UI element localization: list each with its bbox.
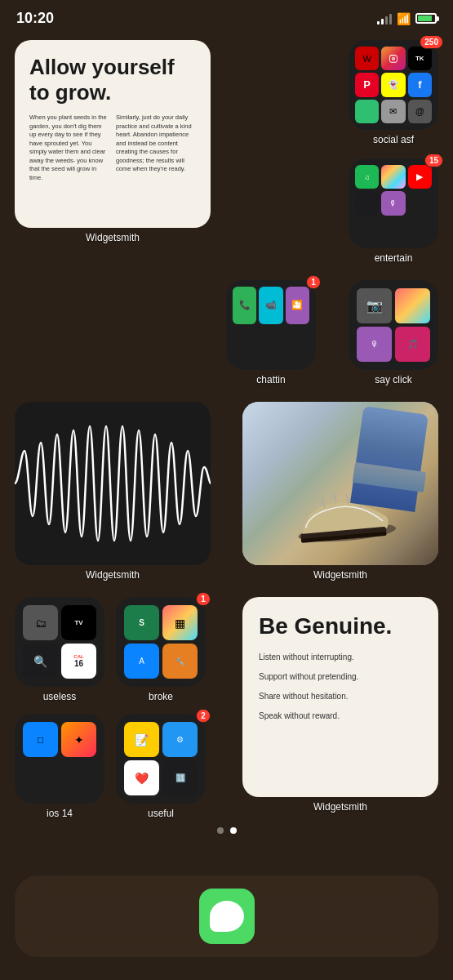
messages-dock-icon[interactable]	[199, 889, 255, 944]
status-icons: 📶	[377, 12, 437, 25]
sayclick-label: say click	[375, 374, 411, 385]
ios14-folder[interactable]: □ ✦ ios 14	[15, 714, 104, 819]
broke-badge: 1	[196, 592, 211, 606]
phone-app: 📞	[233, 287, 256, 324]
duo-app: 🎦	[286, 287, 309, 324]
grid-app: ▦	[162, 605, 198, 640]
sayclick-folder[interactable]: 📷 🎙 🎵 say click	[349, 280, 438, 385]
spotify-app: ♫	[355, 165, 379, 189]
wifi-icon: 📶	[397, 12, 411, 25]
small-icons-col: 🗂 TV 🔍 CAL 16 useless 1 S	[15, 597, 206, 819]
facetime-app: 📹	[259, 287, 282, 324]
widgetsmith-widget-1[interactable]: Allow yourself to grow. When you plant s…	[15, 40, 211, 243]
broke-folder-icon: 1 S ▦ A 🔧	[116, 597, 206, 687]
useful-label: useful	[148, 808, 174, 819]
page-dots	[15, 827, 438, 834]
widgetsmith-genuine[interactable]: Be Genuine. Listen without interrupting.…	[242, 597, 438, 813]
shortcuts-app: ✦	[61, 722, 96, 757]
widget-label-1: Widgetsmith	[86, 232, 140, 243]
genuine-title: Be Genuine.	[259, 613, 422, 639]
podcast-app2: 🎙	[357, 327, 392, 362]
audio-widget	[15, 402, 211, 565]
mail-app: ✉	[381, 100, 405, 123]
pinterest-app: P	[355, 73, 379, 96]
battery-icon	[415, 13, 437, 24]
at-app: @	[408, 100, 432, 123]
useful-folder-icon: 2 📝 ⚙ ❤️ 🔢	[116, 714, 206, 804]
dot-1	[217, 827, 224, 834]
finder-app: 🔍	[23, 644, 58, 679]
genuine-widget-label: Widgetsmith	[313, 801, 367, 813]
broke-label: broke	[149, 691, 173, 702]
widget-body-left: When you plant seeds in the garden, you …	[29, 114, 109, 182]
chattin-label: chattin	[256, 374, 285, 385]
tv-app: TV	[61, 605, 96, 640]
useless-folder-icon: 🗂 TV 🔍 CAL 16	[15, 597, 104, 687]
photo-widget	[242, 402, 438, 565]
app-row-2: 1 📞 📹 🎦 chattin 📷 🎙 🎵 say click	[15, 280, 438, 385]
app-row-3: Widgetsmith	[15, 402, 438, 581]
podcast-app: 🎙	[381, 191, 405, 215]
s-app: S	[124, 605, 159, 640]
chattin-folder-icon: 1 📞 📹 🎦	[226, 280, 316, 370]
entertain-folder[interactable]: 15 ♫ ▶ 🎙 entertain	[349, 158, 438, 264]
entertain-label: entertain	[375, 252, 413, 264]
snapchat-app: 👻	[381, 73, 405, 96]
instagram-app	[381, 47, 405, 70]
music-app: 🎵	[395, 327, 430, 362]
messages-bubble	[210, 901, 244, 932]
app-row-1: Allow yourself to grow. When you plant s…	[15, 40, 438, 264]
message-app-folder	[355, 100, 379, 123]
folders-col-1: 250 W TK P 👻 f ✉ @ social asf	[349, 40, 438, 264]
notes-app: 📝	[124, 722, 159, 757]
photo-widget-label: Widgetsmith	[313, 569, 367, 581]
genuine-line-1: Listen without interrupting.	[259, 649, 422, 666]
facebook-app: f	[408, 73, 432, 96]
tiktok-app: TK	[408, 47, 432, 70]
app-row-45: 🗂 TV 🔍 CAL 16 useless 1 S	[15, 597, 438, 819]
calc-app: 🔢	[162, 760, 198, 795]
messages-icon	[199, 889, 255, 944]
chattin-folder[interactable]: 1 📞 📹 🎦 chattin	[226, 280, 316, 385]
ios14-folder-icon: □ ✦	[15, 714, 104, 804]
calendar-app: CAL 16	[61, 644, 96, 679]
useless-label: useless	[43, 691, 77, 702]
youtube-app: ▶	[408, 165, 432, 189]
useless-folder[interactable]: 🗂 TV 🔍 CAL 16 useless	[15, 597, 104, 702]
photos2-app	[355, 191, 379, 215]
chattin-badge: 1	[306, 275, 321, 289]
ios14-label: ios 14	[47, 808, 73, 819]
genuine-line-4: Speak without reward.	[259, 708, 422, 724]
widget-title-1: Allow yourself to grow.	[29, 55, 196, 105]
sayclick-folder-icon: 📷 🎙 🎵	[349, 280, 438, 370]
home-screen: Allow yourself to grow. When you plant s…	[0, 33, 453, 853]
dot-2	[230, 827, 237, 834]
files-app: 🗂	[23, 605, 58, 640]
useful-badge: 2	[196, 709, 211, 723]
ios-app1: □	[23, 722, 58, 757]
widget-large-1: Allow yourself to grow. When you plant s…	[15, 40, 211, 228]
genuine-list: Listen without interrupting. Support wit…	[259, 649, 422, 724]
genuine-widget: Be Genuine. Listen without interrupting.…	[242, 597, 438, 797]
photos-app-folder	[381, 165, 405, 189]
signal-icon	[377, 13, 392, 24]
health-app: ❤️	[124, 760, 159, 795]
broke-folder[interactable]: 1 S ▦ A 🔧 broke	[116, 597, 206, 702]
widgetsmith-photo[interactable]: Widgetsmith	[242, 402, 438, 581]
widget-body-right: Similarly, just do your daily practice a…	[116, 114, 196, 182]
dock	[15, 875, 438, 957]
entertain-folder-icon: 15 ♫ ▶ 🎙	[349, 158, 438, 248]
widgetsmith-audio[interactable]: Widgetsmith	[15, 402, 211, 581]
status-time: 10:20	[16, 10, 54, 27]
social-label: social asf	[373, 134, 414, 145]
audio-widget-label: Widgetsmith	[86, 569, 140, 581]
settings-app: ⚙	[162, 722, 198, 757]
useful-folder[interactable]: 2 📝 ⚙ ❤️ 🔢 useful	[116, 714, 206, 819]
appstore-app: A	[124, 644, 159, 679]
word-app: W	[355, 47, 379, 70]
genuine-line-3: Share without hesitation.	[259, 688, 422, 705]
camera-app: 📷	[357, 288, 392, 323]
tools-app: 🔧	[162, 644, 198, 679]
social-badge: 250	[420, 35, 443, 49]
social-folder[interactable]: 250 W TK P 👻 f ✉ @ social asf	[349, 40, 438, 145]
